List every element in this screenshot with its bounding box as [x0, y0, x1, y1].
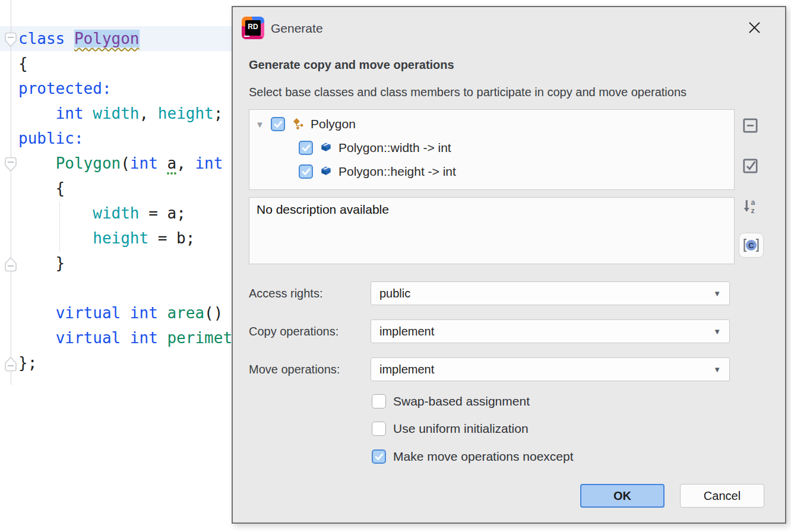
tree-row[interactable]: ▼ Polygon::width -> int: [249, 136, 734, 160]
svg-text:a: a: [751, 198, 755, 207]
tree-row[interactable]: ▼ Polygon::height -> int: [249, 160, 734, 183]
ide-screen: class Polygon{protected: int width, heig…: [0, 0, 791, 532]
field-row: Move operations: implement ▼: [249, 357, 735, 381]
code-line[interactable]: class Polygon: [18, 26, 232, 51]
field-icon: [319, 141, 333, 154]
dropdown[interactable]: public ▼: [371, 281, 730, 305]
cancel-button[interactable]: Cancel: [680, 484, 764, 508]
field-label: Move operations:: [249, 363, 340, 376]
close-icon[interactable]: [746, 19, 762, 36]
option-checkbox[interactable]: [372, 394, 386, 408]
code-line[interactable]: virtual int perimet: [18, 325, 232, 350]
class-icon: [292, 118, 305, 131]
dialog-title: Generate: [271, 21, 323, 36]
code-line[interactable]: {: [18, 51, 232, 76]
field-label: Copy operations:: [249, 325, 338, 338]
option-row[interactable]: Swap-based assignment: [372, 394, 530, 408]
field-row: Access rights: public ▼: [249, 281, 735, 305]
tree-checkbox[interactable]: [299, 164, 313, 179]
tree-node-label: Polygon::height -> int: [338, 164, 456, 179]
members-tree: ▼ Polygon ▼ Polygon::width -> int ▼ Poly…: [249, 109, 735, 190]
field-label: Access rights:: [249, 287, 322, 300]
sort-alpha-icon[interactable]: az: [741, 197, 759, 215]
fold-region-end-icon[interactable]: [4, 356, 17, 372]
fold-region-end-icon[interactable]: [4, 256, 17, 272]
chevron-down-icon: ▼: [713, 289, 721, 298]
uncheck-all-icon[interactable]: [741, 116, 759, 134]
fold-region-start-icon[interactable]: [4, 32, 17, 48]
code-line[interactable]: virtual int area(): [18, 300, 232, 325]
dropdown[interactable]: implement ▼: [371, 319, 730, 343]
code-line[interactable]: width = a;: [18, 201, 232, 226]
field-icon: [319, 165, 333, 178]
option-checkbox[interactable]: [372, 449, 386, 464]
check-all-icon[interactable]: [741, 157, 759, 175]
rider-logo-letters: RD: [245, 20, 261, 36]
tree-node-label: Polygon::width -> int: [338, 141, 451, 155]
option-label: Swap-based assignment: [393, 394, 530, 408]
dropdown[interactable]: implement ▼: [371, 357, 730, 381]
dialog-subtitle: Select base classes and class members to…: [249, 86, 686, 99]
chevron-down-icon: ▼: [713, 327, 721, 336]
code-line[interactable]: {: [18, 176, 232, 201]
code-line[interactable]: Polygon(int a, int: [18, 151, 232, 176]
tree-row[interactable]: ▼ Polygon: [249, 112, 734, 136]
dropdown-value: public: [379, 287, 410, 300]
generate-dialog: RD Generate Generate copy and move opera…: [232, 6, 786, 524]
tree-node-label: Polygon: [311, 117, 356, 131]
gutter-divider: [11, 0, 11, 385]
code-line[interactable]: }: [18, 251, 232, 276]
dropdown-value: implement: [379, 325, 434, 338]
code-line[interactable]: protected:: [18, 76, 232, 101]
dropdown-value: implement: [379, 363, 434, 376]
chevron-down-icon[interactable]: ▼: [255, 119, 271, 129]
option-row[interactable]: Make move operations noexcept: [372, 449, 574, 464]
fold-region-start-icon[interactable]: [4, 157, 17, 172]
option-checkbox[interactable]: [372, 422, 386, 436]
dialog-heading: Generate copy and move operations: [249, 58, 454, 72]
option-row[interactable]: Use uniform initialization: [372, 422, 529, 436]
code-area[interactable]: class Polygon{protected: int width, heig…: [18, 26, 232, 375]
ok-button[interactable]: OK: [580, 484, 665, 508]
tree-checkbox[interactable]: [299, 141, 313, 155]
code-line[interactable]: public:: [18, 126, 232, 151]
code-line[interactable]: [18, 276, 232, 300]
tree-checkbox[interactable]: [271, 117, 285, 131]
option-label: Use uniform initialization: [393, 422, 529, 436]
rider-logo-underscore: [244, 36, 249, 37]
description-panel: No description available: [249, 197, 735, 264]
code-line[interactable]: };: [18, 350, 232, 375]
svg-text:C: C: [748, 241, 754, 250]
code-line[interactable]: int width, height;: [18, 101, 232, 126]
c-letter-brackets-icon[interactable]: C: [739, 233, 764, 258]
rider-logo: RD: [242, 17, 264, 39]
svg-text:z: z: [751, 206, 754, 214]
code-line[interactable]: height = b;: [18, 226, 232, 251]
option-label: Make move operations noexcept: [393, 449, 574, 464]
chevron-down-icon: ▼: [713, 365, 721, 374]
field-row: Copy operations: implement ▼: [249, 319, 735, 343]
